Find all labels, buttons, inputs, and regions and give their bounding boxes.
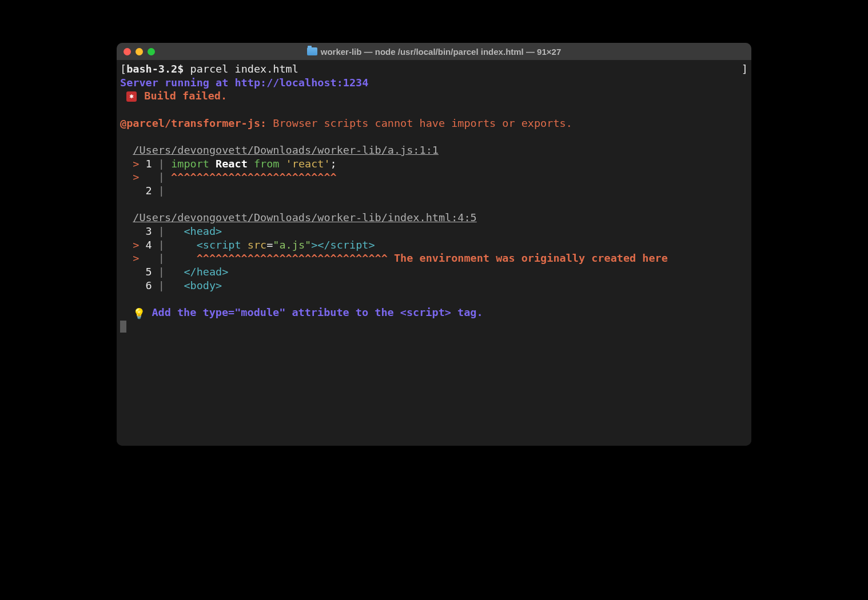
angle-close: > [368,239,375,251]
line-marker: > [120,239,146,251]
environment-hint: The environment was originally created h… [394,252,668,264]
code-line-1: > 1 | import React from 'react'; [120,157,748,171]
error-source: @parcel/transformer-js: [120,117,266,129]
folder-icon [307,47,317,55]
cursor-line [120,320,748,334]
pipe: | [152,279,184,291]
pipe: | [152,239,197,251]
caret-line-1: > | ^^^^^^^^^^^^^^^^^^^^^^^^^^ [120,170,748,184]
angle-close: > [216,225,222,237]
tag-head: head [190,225,216,237]
code-line-2: 2 | [120,184,748,198]
attr-src: src [241,239,267,251]
caret-underline: ^^^^^^^^^^^^^^^^^^^^^^^^^^ [171,171,337,183]
file-path-2: /Users/devongovett/Downloads/worker-lib/… [120,211,748,225]
pipe: | [152,158,171,170]
line-number: 2 [120,185,152,197]
hint-text: Add the type="module" attribute to the <… [152,306,483,318]
code-line-4: > 4 | <script src="a.js"></script> [120,238,748,252]
line-marker: > [120,252,158,264]
bracket-close: ] [742,62,748,76]
caret-line-4: > | ^^^^^^^^^^^^^^^^^^^^^^^^^^^^^^ The e… [120,251,748,265]
blank-line [120,198,748,211]
build-failed-text: Build failed. [144,90,227,102]
maximize-button[interactable] [148,48,155,55]
tag-head-close: head [197,266,222,278]
cursor [120,321,126,333]
bracket-open: [ [120,63,126,75]
blank-line [120,130,748,143]
angle-open-slash: </ [317,239,330,251]
tag-body: body [190,279,216,291]
attr-value: "a.js" [273,239,311,251]
angle-close: > [216,279,222,291]
minimize-button[interactable] [136,48,143,55]
code-line-3: 3 | <head> [120,225,748,238]
line-number: 4 [146,239,152,251]
terminal-body[interactable]: [bash-3.2$ parcel index.html] Server run… [117,60,751,446]
tag-script-close: script [331,239,369,251]
blank-line [120,292,748,306]
line-marker: > [120,158,146,170]
string-react: 'react' [279,158,330,170]
hint-line: 💡 Add the type="module" attribute to the… [120,306,748,320]
file-link-1[interactable]: /Users/devongovett/Downloads/worker-lib/… [133,144,439,156]
angle-close: > [311,239,317,251]
lightbulb-icon: 💡 [133,307,145,320]
shell-prompt: bash-3.2$ [126,63,190,75]
pipe: | [152,225,184,237]
semicolon: ; [331,158,337,170]
traffic-lights [124,48,155,55]
title-bar: worker-lib — node /usr/local/bin/parcel … [117,43,751,60]
equals: = [266,239,273,251]
close-button[interactable] [124,48,131,55]
code-line-5: 5 | </head> [120,265,748,279]
blank-line [120,103,748,117]
identifier-react: React [209,158,254,170]
caret-underline: ^^^^^^^^^^^^^^^^^^^^^^^^^^^^^^ [197,252,394,264]
keyword-from: from [254,158,280,170]
prompt-line: [bash-3.2$ parcel index.html] [120,62,748,76]
server-running-text: Server running at http://localhost:1234 [120,77,368,89]
line-number: 5 [120,266,152,278]
pipe: | [152,266,184,278]
build-failed-line: Build failed. [120,89,748,103]
title-content: worker-lib — node /usr/local/bin/parcel … [117,47,751,57]
angle-open: < [184,279,190,291]
keyword-import: import [171,158,209,170]
server-line: Server running at http://localhost:1234 [120,76,748,90]
pipe: | [158,171,171,183]
code-line-6: 6 | <body> [120,279,748,293]
angle-open-slash: </ [184,266,196,278]
window-title: worker-lib — node /usr/local/bin/parcel … [321,47,562,57]
line-number: 1 [146,158,152,170]
line-marker: > [120,171,158,183]
pipe: | [158,252,197,264]
terminal-window: worker-lib — node /usr/local/bin/parcel … [117,43,751,446]
line-number: 6 [120,279,152,291]
error-message: Browser scripts cannot have imports or e… [266,117,572,129]
angle-open: < [184,225,190,237]
pipe: | [152,185,171,197]
file-link-2[interactable]: /Users/devongovett/Downloads/worker-lib/… [133,211,476,223]
angle-open: < [197,239,203,251]
line-number: 3 [120,225,152,237]
file-path-1: /Users/devongovett/Downloads/worker-lib/… [120,143,748,157]
error-icon [126,91,137,102]
angle-close: > [222,266,228,278]
command-text: parcel index.html [190,63,298,75]
error-message-line: @parcel/transformer-js: Browser scripts … [120,117,748,130]
tag-script: script [203,239,241,251]
